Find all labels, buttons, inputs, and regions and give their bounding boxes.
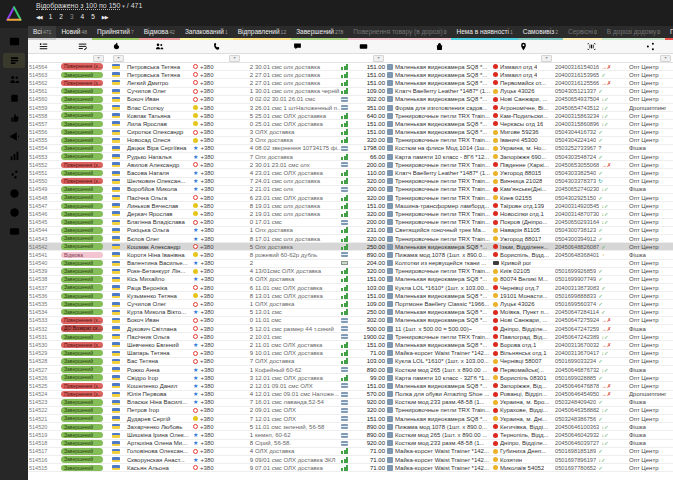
payment-c-icon [341, 252, 348, 257]
carrier-up-icon [493, 269, 498, 274]
filter-dropdown-status[interactable]: ▾ [93, 55, 104, 62]
payment-g-icon [341, 309, 348, 315]
source-cell: Опт Центр [628, 79, 673, 87]
comment-cell: 23.01 смс ОЛХ доставка [254, 169, 340, 177]
sidebar-item-clients[interactable] [3, 72, 25, 87]
ttn-cell: 20450647242389↓✓ [554, 333, 628, 341]
listedit-icon [78, 42, 87, 51]
column-header-status[interactable] [58, 42, 106, 51]
tab-Сервісні[interactable]: Сервісні0 [563, 26, 602, 40]
order-id-cell: 514540 [28, 259, 58, 267]
tracking-number: 20400315863234 [555, 112, 599, 120]
sidebar-item-hand[interactable] [3, 110, 25, 125]
product-thumbnail-icon [387, 391, 393, 397]
operator-ks-icon: ★ [193, 178, 198, 184]
column-header-client-name[interactable] [126, 42, 192, 51]
sidebar-item-dashboard[interactable] [3, 34, 25, 49]
filter-dropdown-address[interactable]: ▾ [541, 55, 552, 62]
filter-cell-phone: ▾ [192, 55, 242, 62]
tab-Відмова[interactable]: Відмова42 [139, 26, 180, 40]
tab-Повернення товару (в дорозі)[interactable]: Повернення товару (в дорозі)0 [348, 26, 451, 40]
sidebar-item-info[interactable] [3, 186, 25, 201]
price-amount: 151.00 [348, 415, 385, 423]
quantity-cell: 7 [242, 177, 254, 185]
filter-dropdown-source[interactable]: ▾ [660, 55, 671, 62]
tab-Повернення[interactable]: Повернення [665, 26, 673, 40]
tab-Нема в наявності[interactable]: Нема в наявності1 [451, 26, 517, 40]
page-button-1[interactable]: 1 [49, 12, 53, 22]
status-cell: Завершений [58, 415, 106, 422]
tab-Запакований[interactable]: Запакований1 [180, 26, 233, 40]
users-icon [155, 42, 164, 51]
sidebar-item-megaphone[interactable] [3, 129, 25, 144]
column-header-repeat-client[interactable] [106, 42, 126, 51]
tab-Самовивіз[interactable]: Самовивіз2 [518, 26, 563, 40]
column-header-ttn[interactable] [554, 42, 628, 51]
phone-number: +380 [200, 136, 214, 144]
sidebar-item-settings[interactable] [3, 167, 25, 182]
first-page-button[interactable]: ◀◀ [36, 12, 42, 22]
last-page-button[interactable]: ▶▶ [102, 12, 108, 22]
tracking-number: 0503248386756 [555, 415, 596, 423]
operator-lc-icon [193, 121, 198, 126]
range-dropdown-caret-icon[interactable]: ▾ [122, 3, 125, 9]
tracking-number: 20450654937504 [555, 95, 599, 103]
source-cell: Фішка [628, 251, 673, 259]
column-header-source[interactable] [628, 42, 673, 51]
filter-dropdown-price[interactable]: ▾ [373, 55, 384, 62]
sidebar-item-stats[interactable] [3, 148, 25, 163]
bag-icon [435, 42, 444, 51]
column-header-price[interactable] [340, 42, 386, 51]
column-header-product[interactable] [386, 42, 492, 51]
quantity-cell: 9 [242, 456, 254, 464]
address-text: Мигове 59236 [500, 128, 539, 136]
tab-Відправлений[interactable]: Відправлений12 [233, 26, 291, 40]
tab-Всі[interactable]: Всі471 [28, 26, 56, 40]
column-header-address[interactable] [492, 42, 554, 51]
phone-cell: +380 [192, 104, 242, 112]
carrier-up-icon [493, 138, 498, 143]
source-cell: Опт Центр [628, 300, 673, 308]
client-name-cell: Юлія Первова [126, 390, 192, 398]
phone-number: +380 [200, 177, 214, 185]
column-header-phone[interactable] [192, 42, 242, 51]
ttn-status-down-icon: ↓✓ [601, 104, 608, 112]
page-button-4[interactable]: 4 [81, 12, 85, 22]
phone-cell: +380 [192, 243, 242, 251]
ukraine-flag-icon [112, 302, 120, 307]
product-thumbnail-icon [387, 309, 393, 315]
column-header-order-id[interactable] [28, 42, 58, 51]
payment-c-icon [341, 441, 348, 446]
operator-ks-icon: ★ [193, 186, 198, 192]
tab-Завершений[interactable]: Завершений278 [291, 26, 348, 40]
tab-Прийнятий[interactable]: Прийнятий7 [92, 26, 139, 40]
flag-cell [106, 203, 126, 208]
comment-cell: 11.01 смс ОЛХ доставка [254, 284, 340, 292]
tab-Новий[interactable]: Новий48 [56, 26, 92, 40]
flag-cell [106, 121, 126, 126]
page-button-3[interactable]: 3 [70, 12, 74, 22]
sidebar-item-support[interactable] [3, 205, 25, 220]
filter-dropdown-phone[interactable]: ▾ [229, 55, 240, 62]
sidebar-item-shop[interactable] [3, 91, 25, 106]
status-chip: Завершений [61, 112, 103, 119]
page-button-2[interactable]: 2 [59, 12, 63, 22]
product-cell: Пижама мод.1078 (1шт. х 890.0... [386, 423, 492, 431]
column-header-comment[interactable] [254, 42, 340, 51]
price-cell: 200.00 [340, 161, 386, 169]
source-cell: Опт Центр [628, 349, 673, 357]
ukraine-flag-icon [112, 89, 120, 94]
ttn-status-check-icon: ✓ [598, 128, 603, 136]
showing-range[interactable]: Відображено з 100 по 150 ▾ / 471 [36, 0, 673, 12]
page-button-5[interactable]: 5 [91, 12, 95, 22]
sidebar-item-video[interactable] [3, 224, 25, 239]
filter-dropdown-repeat-client[interactable]: ▾ [113, 55, 124, 62]
product-cell: Костюм мод.233 разм.48-58 (1... [386, 439, 492, 447]
comment-cell: 30.01 смс олх доставка [254, 63, 340, 71]
client-name-cell: Бас Тетяна [126, 357, 192, 365]
payment-g-icon [341, 121, 348, 127]
sidebar-item-orders[interactable] [3, 53, 25, 68]
tab-В дорозі додому[interactable]: В дорозі додому0 [602, 26, 665, 40]
table-row[interactable]: 514515ЗавершенийКасьян Альона+380907.01 … [28, 464, 673, 472]
prism-logo-icon [4, 4, 24, 24]
